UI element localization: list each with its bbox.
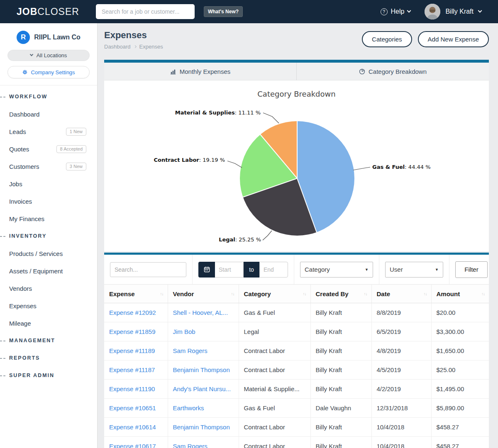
pie-label-gas-fuel: Gas & Fuel: 44.44 % [372, 164, 431, 170]
categories-button[interactable]: Categories [362, 31, 412, 47]
expense-link[interactable]: Expense #11190 [109, 385, 155, 392]
vendor-link[interactable]: Benjamin Thompson [173, 366, 230, 373]
quotes-badge: 8 Accepted [56, 145, 86, 153]
sidebar-item-dashboard[interactable]: Dashboard [0, 105, 97, 123]
add-new-expense-button[interactable]: Add New Expense [418, 31, 489, 47]
expense-link[interactable]: Expense #10651 [109, 404, 156, 411]
whats-new-button[interactable]: What's New? [204, 6, 243, 17]
category-cell: Contract Labor [239, 437, 310, 448]
vendor-link[interactable]: Earthworks [173, 404, 204, 411]
help-menu[interactable]: ? Help [381, 8, 411, 15]
column-header-expense[interactable]: Expense↑↓ [104, 285, 168, 303]
expense-cell: Expense #11190 [104, 380, 168, 399]
logo-light: CLOSER [37, 6, 79, 17]
sidebar-item-my-finances[interactable]: My Finances [0, 210, 97, 227]
date-to-label: to [244, 262, 259, 278]
date-cell: 4/5/2019 [371, 360, 431, 380]
company-name: RIIPL Lawn Co [34, 34, 81, 41]
date-end-input[interactable] [259, 262, 288, 278]
vendor-link[interactable]: Sam Rogers [173, 443, 208, 448]
column-header-date[interactable]: Date↑↓ [371, 285, 431, 303]
filter-button[interactable]: Filter [455, 261, 488, 278]
page-title: Expenses [104, 30, 147, 41]
column-header-created-by[interactable]: Created By↑↓ [310, 285, 371, 303]
breadcrumb-dashboard[interactable]: Dashboard [104, 44, 131, 50]
leads-badge: 1 New [66, 128, 86, 136]
category-cell: Gas & Fuel [239, 303, 310, 322]
company-header: R RIIPL Lawn Co [0, 23, 97, 44]
sidebar-item-jobs[interactable]: Jobs [0, 175, 97, 192]
date-cell: 4/8/2019 [371, 341, 431, 360]
company-settings-button[interactable]: Company Settings [7, 66, 90, 78]
expense-cell: Expense #10614 [104, 418, 168, 437]
sidebar-item-quotes[interactable]: Quotes 8 Accepted [0, 140, 97, 158]
vendor-link[interactable]: Benjamin Thompson [173, 424, 230, 431]
expense-link[interactable]: Expense #11189 [109, 347, 155, 354]
expense-link[interactable]: Expense #12092 [109, 309, 156, 316]
locations-dropdown[interactable]: All Locations [7, 50, 90, 61]
column-header-vendor[interactable]: Vendor↑↓ [168, 285, 239, 303]
chevron-down-icon [407, 8, 411, 12]
sort-icon: ↑↓ [481, 292, 485, 296]
chart-title: Category Breakdown [104, 90, 489, 98]
user-select[interactable]: User ▼ [385, 262, 443, 278]
sidebar-item-invoices[interactable]: Invoices [0, 192, 97, 210]
global-search-input[interactable] [96, 4, 195, 19]
category-cell: Gas & Fuel [239, 399, 310, 418]
sidebar-item-leads[interactable]: Leads 1 New [0, 123, 97, 140]
sidebar-item-expenses[interactable]: Expenses [0, 297, 97, 314]
user-menu[interactable]: Billy Kraft [425, 4, 481, 19]
vendor-link[interactable]: Shell - Hoover, AL... [173, 309, 228, 316]
calendar-button[interactable] [198, 262, 215, 278]
avatar[interactable] [425, 4, 440, 19]
table-search-input[interactable] [110, 262, 186, 277]
category-select[interactable]: Category ▼ [300, 262, 373, 278]
tab-category-breakdown[interactable]: Category Breakdown [296, 63, 489, 80]
expense-link[interactable]: Expense #10617 [109, 443, 156, 448]
sidebar-item-assets-equipment[interactable]: Assets / Equipment [0, 262, 97, 280]
vendor-link[interactable]: Sam Rogers [173, 347, 208, 354]
section-reports[interactable]: REPORTS [0, 349, 97, 367]
chevron-down-icon [478, 8, 482, 12]
section-super-admin[interactable]: SUPER ADMIN [0, 367, 97, 384]
date-cell: 4/2/2019 [371, 380, 431, 399]
category-cell: Contract Labor [239, 418, 310, 437]
amount-cell: $25.00 [431, 360, 489, 380]
expense-cell: Expense #10651 [104, 399, 168, 418]
table-header-row: Expense↑↓ Vendor↑↓ Category↑↓ Created By… [104, 285, 489, 303]
expenses-table: Expense↑↓ Vendor↑↓ Category↑↓ Created By… [104, 284, 489, 448]
sidebar-item-vendors[interactable]: Vendors [0, 280, 97, 297]
company-settings-label: Company Settings [31, 69, 75, 75]
main-content: Expenses Dashboard Expenses Categories A… [104, 23, 489, 448]
column-header-category[interactable]: Category↑↓ [239, 285, 310, 303]
expense-link[interactable]: Expense #11859 [109, 328, 155, 335]
sort-icon: ↑↓ [231, 292, 234, 296]
table-row: Expense #10651EarthworksGas & FuelDale V… [104, 399, 489, 418]
tab-monthly-expenses[interactable]: Monthly Expenses [104, 63, 296, 80]
breadcrumb-current: Expenses [139, 44, 163, 50]
sidebar-item-products-services[interactable]: Products / Services [0, 245, 97, 262]
sort-icon: ↑↓ [160, 292, 164, 296]
created-by-cell: Billy Kraft [310, 322, 371, 341]
select-arrow-icon: ▼ [365, 268, 369, 272]
app-logo[interactable]: JOBCLOSER [17, 6, 79, 17]
customers-badge: 3 New [66, 163, 86, 170]
category-cell: Legal [239, 322, 310, 341]
category-cell: Contract Labor [239, 360, 310, 380]
date-start-input[interactable] [215, 262, 244, 278]
vendor-cell: Earthworks [168, 399, 239, 418]
vendor-cell: Jim Bob [168, 322, 239, 341]
help-icon: ? [381, 8, 388, 15]
section-management[interactable]: MANAGEMENT [0, 332, 97, 349]
vendor-link[interactable]: Jim Bob [173, 328, 195, 335]
vendor-link[interactable]: Andy's Plant Nursu... [173, 385, 231, 392]
table-row: Expense #11189Sam RogersContract LaborBi… [104, 341, 489, 360]
sidebar-item-mileage[interactable]: Mileage [0, 314, 97, 332]
column-header-amount[interactable]: Amount↑↓ [431, 285, 489, 303]
expense-link[interactable]: Expense #10614 [109, 424, 156, 431]
expense-link[interactable]: Expense #11187 [109, 366, 155, 373]
pie-chart [240, 121, 354, 236]
created-by-cell: Billy Kraft [310, 360, 371, 380]
sidebar-item-customers[interactable]: Customers 3 New [0, 158, 97, 175]
expense-cell: Expense #12092 [104, 303, 168, 322]
